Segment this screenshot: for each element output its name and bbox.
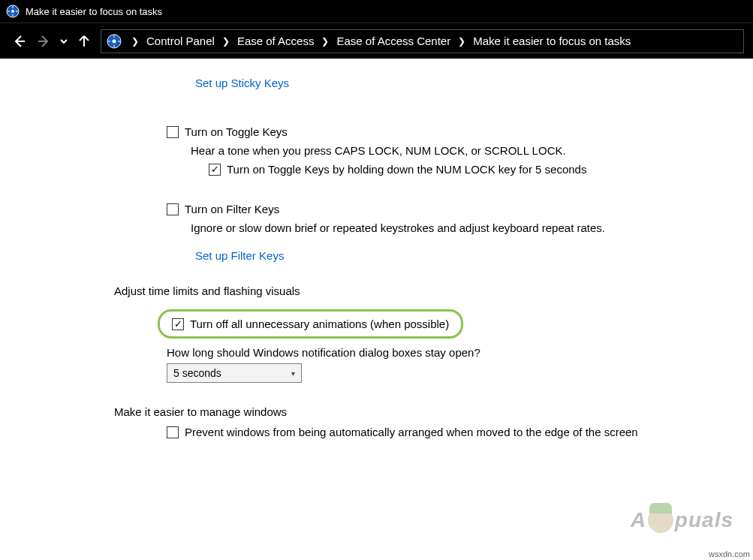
highlight-turn-off-animations: Turn off all unnecessary animations (whe… (158, 309, 463, 339)
link-set-up-sticky-keys[interactable]: Set up Sticky Keys (195, 77, 289, 89)
back-button[interactable] (9, 31, 30, 52)
breadcrumb-ease-of-access[interactable]: Ease of Access (234, 35, 318, 47)
nav-arrows-group (9, 31, 95, 52)
chevron-down-icon: ▾ (291, 369, 295, 378)
checkbox-toggle-keys-numlock[interactable] (209, 164, 221, 176)
label-turn-off-animations: Turn off all unnecessary animations (whe… (190, 318, 449, 330)
watermark-logo: A puals (631, 507, 733, 533)
source-attribution: wsxdn.com (709, 549, 750, 558)
link-set-up-filter-keys[interactable]: Set up Filter Keys (195, 249, 284, 262)
control-panel-icon (6, 5, 20, 18)
svg-point-3 (113, 39, 116, 43)
breadcrumb-ease-of-access-center[interactable]: Ease of Access Center (333, 35, 453, 47)
breadcrumb-control-panel[interactable]: Control Panel (143, 35, 218, 47)
breadcrumb-current[interactable]: Make it easier to focus on tasks (470, 35, 634, 47)
label-filter-keys: Turn on Filter Keys (185, 203, 279, 215)
svg-point-1 (11, 10, 14, 13)
heading-time-limits: Adjust time limits and flashing visuals (0, 285, 753, 297)
label-toggle-keys: Turn on Toggle Keys (185, 125, 288, 138)
desc-toggle-keys: Hear a tone when you press CAPS LOCK, NU… (191, 144, 566, 157)
chevron-right-icon[interactable]: ❯ (127, 36, 143, 47)
desc-filter-keys: Ignore or slow down brief or repeated ke… (191, 221, 605, 234)
navigation-bar: ❯ Control Panel ❯ Ease of Access ❯ Ease … (0, 23, 753, 59)
checkbox-toggle-keys[interactable] (167, 126, 179, 138)
breadcrumb[interactable]: ❯ Control Panel ❯ Ease of Access ❯ Ease … (101, 29, 744, 53)
checkbox-prevent-auto-arrange[interactable] (167, 426, 179, 438)
up-button[interactable] (74, 31, 95, 52)
title-bar: Make it easier to focus on tasks (0, 0, 753, 23)
watermark-text-right: puals (675, 508, 733, 532)
heading-manage-windows: Make it easier to manage windows (0, 405, 753, 418)
window-title: Make it easier to focus on tasks (26, 6, 162, 17)
label-notification-duration: How long should Windows notification dia… (167, 346, 480, 359)
checkbox-filter-keys[interactable] (167, 203, 179, 215)
forward-button[interactable] (33, 31, 54, 52)
dropdown-value: 5 seconds (173, 367, 221, 379)
chevron-right-icon[interactable]: ❯ (453, 36, 470, 47)
watermark-mascot-icon (648, 507, 673, 533)
ease-of-access-icon (106, 33, 122, 50)
recent-locations-button[interactable] (57, 31, 71, 52)
label-toggle-keys-numlock: Turn on Toggle Keys by holding down the … (227, 163, 586, 176)
chevron-right-icon[interactable]: ❯ (317, 36, 333, 47)
label-prevent-auto-arrange: Prevent windows from being automatically… (185, 426, 638, 438)
watermark-text-left: A (631, 508, 646, 532)
main-content: Set up Sticky Keys Turn on Toggle Keys H… (0, 59, 753, 438)
checkbox-turn-off-animations[interactable] (172, 318, 184, 330)
chevron-right-icon[interactable]: ❯ (218, 36, 234, 47)
dropdown-notification-duration[interactable]: 5 seconds ▾ (167, 363, 302, 383)
